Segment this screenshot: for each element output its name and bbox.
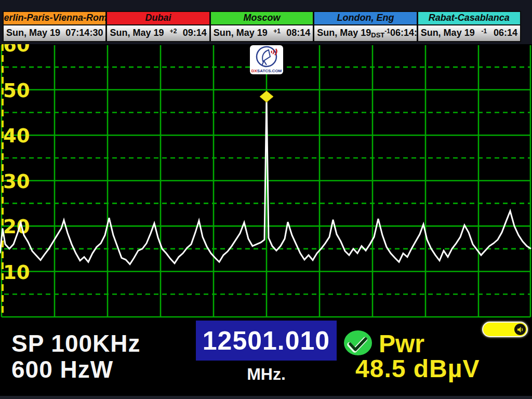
svg-text:50: 50 [3,79,30,102]
dxsatcs-logo: DXSATCS.COM [250,45,283,74]
clock-date: Sun, May 19 [317,28,371,38]
svg-text:40: 40 [3,125,30,147]
clock-offset: DST-1 [371,28,390,39]
clock-date: Sun, May 19 [421,28,475,38]
svg-text:60: 60 [3,44,30,56]
clock-london: London, Eng Sun, May 19 DST-1 06:14:30 [314,12,418,41]
bottom-strip [0,396,532,399]
clock-time-cell: Sun, May 19 +1 08:14 [211,24,313,41]
meter-screen: Berlin-Paris-Vienna-Roma Sun, May 19 07:… [0,0,532,399]
power-label: Pwr [379,329,424,358]
frequency-display[interactable]: 12501.010 [196,321,337,361]
clock-berlin: Berlin-Paris-Vienna-Roma Sun, May 19 07:… [4,12,107,41]
clock-time: 09:14 [183,28,207,38]
clock-city-label: Moscow [211,12,313,24]
clock-dubai: Dubai Sun, May 19 +2 09:14 [107,12,210,41]
clock-date: Sun, May 19 [6,28,60,38]
clock-rabat: Rabat-Casablanca Sun, May 19 -1 06:14 [418,12,520,41]
satellite-dish-icon [250,45,283,68]
clock-time-cell: Sun, May 19 +2 09:14 [107,24,209,41]
clock-city-label: Dubai [107,12,209,24]
clock-offset: +2 [164,28,182,39]
svg-text:30: 30 [3,170,30,193]
span-setting-label: SP 100KHz [11,329,141,357]
check-icon [343,330,373,356]
logo-text: DXSATCS.COM [250,69,283,73]
clock-time: 06:14 [494,28,517,38]
frequency-value: 12501.010 [203,326,330,356]
clock-time-cell: Sun, May 19 07:14:30 [4,24,105,41]
svg-text:10: 10 [3,261,30,284]
clock-time: 08:14 [286,28,310,38]
clock-time-cell: Sun, May 19 DST-1 06:14:30 [314,24,416,41]
volume-toggle[interactable] [482,322,528,337]
world-clock-bar: Berlin-Paris-Vienna-Roma Sun, May 19 07:… [3,11,521,42]
lock-status-icon [343,330,373,356]
clock-city-label: London, Eng [314,12,416,24]
power-value: 48.5 dBµV [355,354,480,383]
clock-city-label: Rabat-Casablanca [418,12,520,24]
clock-time-cell: Sun, May 19 -1 06:14 [418,24,520,41]
spectrum-plot: 605040302010 [0,44,532,318]
frequency-unit-label: MHz. [196,365,337,384]
clock-date: Sun, May 19 [110,28,164,38]
clock-offset: +1 [268,28,286,39]
speaker-icon [514,324,526,335]
clock-time: 07:14:30 [65,28,103,38]
clock-date: Sun, May 19 [214,28,268,38]
bandwidth-setting-label: 600 HzW [11,355,113,383]
clock-offset: -1 [475,28,494,39]
clock-city-label: Berlin-Paris-Vienna-Roma [4,12,105,24]
clock-moscow: Moscow Sun, May 19 +1 08:14 [211,12,314,41]
